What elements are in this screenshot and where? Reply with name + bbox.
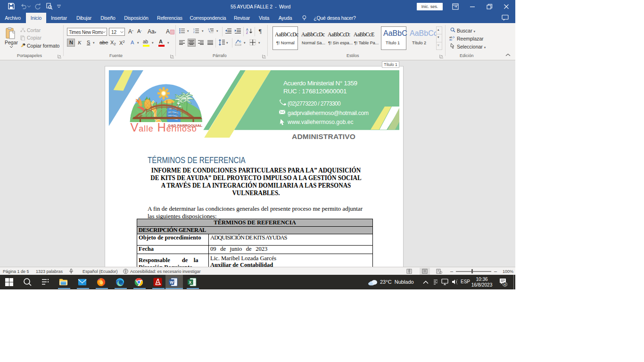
svg-text:4: 4 (504, 282, 506, 287)
svg-text:ac: ac (449, 38, 452, 41)
svg-text:W: W (170, 280, 174, 285)
svg-text:1: 1 (193, 28, 195, 31)
svg-text:Acuerdo Ministerial N° 1359: Acuerdo Ministerial N° 1359 (283, 80, 357, 87)
svg-text:RUC : 1768120600001: RUC : 1768120600001 (283, 88, 347, 95)
svg-text:2: 2 (193, 31, 195, 33)
svg-text:X: X (189, 280, 191, 285)
svg-text:Z: Z (246, 31, 248, 34)
svg-text:www.vallehermoso.gob.ec: www.vallehermoso.gob.ec (287, 119, 353, 125)
svg-text:(02)2773220 / 2773300: (02)2773220 / 2773300 (288, 100, 341, 107)
svg-text:Valle Hermoso: Valle Hermoso (131, 121, 197, 134)
svg-text:a: a (209, 30, 210, 33)
svg-text:A: A (246, 28, 248, 31)
svg-text:gadprvallehermoso@hotmail.com: gadprvallehermoso@hotmail.com (288, 110, 369, 116)
